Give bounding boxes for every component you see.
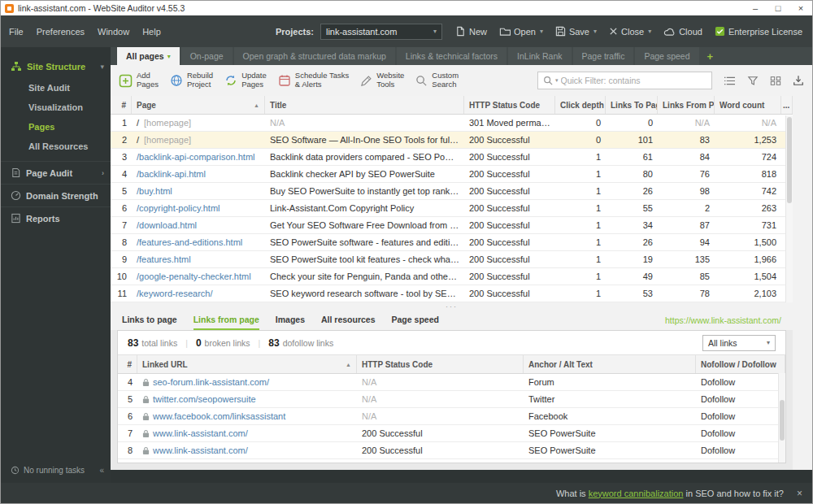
links-to-cell: 80 [606, 169, 658, 179]
tab-page-speed-details[interactable]: Page speed [392, 311, 439, 330]
close-button[interactable]: × [789, 1, 812, 15]
tab-links-from-page[interactable]: Links from page [193, 311, 259, 330]
pages-table-row[interactable]: 3/backlink-api-comparison.htmlBacklink d… [111, 149, 793, 166]
column-header-number[interactable]: # [111, 96, 132, 114]
scrollbar-thumb[interactable] [787, 117, 792, 203]
page-url-cell: /download.html [132, 220, 265, 230]
tab-page-speed[interactable]: Page speed [635, 47, 698, 65]
sidebar-item-all-resources[interactable]: All Resources [1, 137, 111, 156]
column-header-links-to[interactable]: Links To Page [606, 96, 658, 114]
links-table-row[interactable]: 8www.link-assistant.com/200 SuccessfulSE… [118, 442, 785, 459]
word-count-cell: 1,253 [715, 135, 781, 145]
sidebar-item-page-audit[interactable]: Page Audit › [1, 162, 111, 184]
sidebar-item-reports[interactable]: Reports [1, 207, 111, 229]
links-scrollbar[interactable] [778, 373, 785, 463]
pages-table-row[interactable]: 11/keyword-research/SEO keyword research… [111, 285, 793, 302]
tab-on-page[interactable]: On-page [181, 47, 233, 65]
column-header-page[interactable]: Page ▲ [132, 96, 265, 114]
tab-all-resources[interactable]: All resources [321, 311, 376, 330]
click-depth-cell: 1 [555, 152, 606, 162]
status-code-cell: 200 Successful [464, 289, 555, 298]
collapse-sidebar-icon[interactable]: « [99, 466, 104, 475]
layout-grid-button[interactable] [770, 76, 781, 86]
details-tab-bar: Links to page Links from page Images All… [111, 311, 793, 330]
links-table-row[interactable]: 7www.link-assistant.com/200 SuccessfulSE… [118, 425, 785, 442]
pages-table-row[interactable]: 4/backlink-api.htmlBacklink checker API … [111, 166, 793, 183]
filter-button[interactable] [747, 76, 759, 86]
tab-links-technical[interactable]: Links & technical factors [397, 47, 506, 65]
column-header-linked-url[interactable]: Linked URL ▲ [137, 355, 357, 373]
column-header-click-depth[interactable]: Click depth [555, 96, 606, 114]
links-table-row[interactable]: 5twitter.com/seopowersuiteN/ATwitterDofo… [118, 391, 785, 408]
column-header-more[interactable]: ... [781, 96, 793, 114]
pages-table-row[interactable]: 7/download.htmlGet Your SEO Software Fre… [111, 217, 793, 234]
chevron-down-icon: ▾ [433, 28, 437, 35]
tab-links-to-page[interactable]: Links to page [122, 311, 177, 330]
dismiss-notification-icon[interactable]: × [797, 488, 802, 499]
links-from-cell: 2 [658, 203, 715, 213]
pages-table-row[interactable]: 2/[homepage]SEO Software — All-In-One SE… [111, 132, 793, 149]
maximize-button[interactable]: □ [767, 1, 789, 15]
rebuild-project-button[interactable]: Rebuild Project [170, 72, 213, 89]
page-title-cell: N/A [265, 118, 464, 128]
export-button[interactable] [793, 75, 804, 86]
tab-all-pages[interactable]: All pages ▾ [117, 47, 180, 65]
column-header-number[interactable]: # [118, 355, 137, 373]
links-table-row[interactable]: 6www.facebook.com/linksassistantN/AFaceb… [118, 408, 785, 425]
column-header-title[interactable]: Title [265, 96, 464, 114]
pages-table-row[interactable]: 10/google-penalty-checker.htmlCheck your… [111, 268, 793, 285]
enterprise-license-button[interactable]: Enterprise License [715, 26, 802, 37]
linked-url-cell: www.facebook.com/linksassistant [137, 411, 357, 421]
pages-table-row[interactable]: 6/copyright-policy.htmlLink-Assistant.Co… [111, 200, 793, 217]
sidebar-item-visualization[interactable]: Visualization [1, 98, 111, 117]
update-pages-button[interactable]: Update Pages [224, 72, 267, 89]
sidebar-item-pages[interactable]: Pages [1, 117, 111, 137]
pages-table-row[interactable]: 1/[homepage]N/A301 Moved permanently00N/… [111, 115, 793, 132]
column-list-button[interactable] [724, 76, 736, 86]
pages-table-row[interactable]: 5/buy.htmlBuy SEO PowerSuite to instantl… [111, 183, 793, 200]
pages-scrollbar[interactable] [785, 115, 793, 302]
menu-help[interactable]: Help [142, 27, 161, 37]
tab-open-graph[interactable]: Open graph & structured data markup [234, 47, 395, 65]
sidebar-item-site-audit[interactable]: Site Audit [1, 78, 111, 98]
project-select[interactable]: link-assistant.com ▾ [320, 24, 442, 40]
open-project-button[interactable]: Open ▾ [499, 26, 543, 37]
panel-splitter[interactable]: ··· [111, 302, 793, 311]
tab-page-traffic[interactable]: Page traffic [573, 47, 634, 65]
links-filter-select[interactable]: All links ▾ [702, 335, 776, 351]
quick-filter-input[interactable] [561, 76, 706, 85]
add-pages-button[interactable]: Add Pages [119, 72, 159, 89]
row-number: 7 [111, 220, 132, 230]
website-tools-button[interactable]: Website Tools [360, 72, 404, 89]
column-header-nofollow[interactable]: Nofollow / Dofollow [696, 355, 785, 373]
new-project-button[interactable]: New [455, 26, 487, 37]
tab-inlink-rank[interactable]: InLink Rank [508, 47, 571, 65]
menu-window[interactable]: Window [98, 27, 129, 37]
column-header-status[interactable]: HTTP Status Code [357, 355, 524, 373]
lock-icon [142, 429, 150, 438]
scrollbar-thumb[interactable] [780, 400, 785, 441]
word-count-cell: 742 [715, 186, 781, 196]
menu-file[interactable]: File [9, 27, 24, 37]
close-project-button[interactable]: Close ▾ [609, 27, 651, 37]
column-header-status[interactable]: HTTP Status Code [464, 96, 555, 114]
links-table-row[interactable]: 4seo-forum.link-assistant.com/N/AForumDo… [118, 374, 785, 391]
menu-preferences[interactable]: Preferences [37, 27, 85, 37]
selected-page-url[interactable]: https://www.link-assistant.com/ [665, 315, 781, 325]
minimize-button[interactable]: – [744, 1, 767, 15]
schedule-tasks-button[interactable]: Schedule Tasks & Alerts [278, 72, 349, 89]
column-header-word-count[interactable]: Word count [715, 96, 781, 114]
add-tab-button[interactable]: + [701, 47, 720, 65]
cloud-button[interactable]: Cloud [663, 27, 702, 37]
pages-table-row[interactable]: 9/features.htmlSEO PowerSuite tool kit f… [111, 251, 793, 268]
sidebar-item-domain-strength[interactable]: Domain Strength [1, 185, 111, 206]
notification-link[interactable]: keyword cannibalization [589, 489, 684, 498]
column-header-anchor[interactable]: Anchor / Alt Text [524, 355, 696, 373]
sidebar-item-site-structure[interactable]: Site Structure ▾ [1, 55, 111, 78]
custom-search-button[interactable]: Custom Search [415, 72, 459, 89]
column-header-links-from[interactable]: Links From Page [658, 96, 715, 114]
nofollow-cell: Dofollow [696, 394, 785, 404]
tab-images[interactable]: Images [276, 311, 305, 330]
save-project-button[interactable]: Save ▾ [555, 26, 597, 37]
pages-table-row[interactable]: 8/features-and-editions.htmlSEO PowerSui… [111, 234, 793, 251]
